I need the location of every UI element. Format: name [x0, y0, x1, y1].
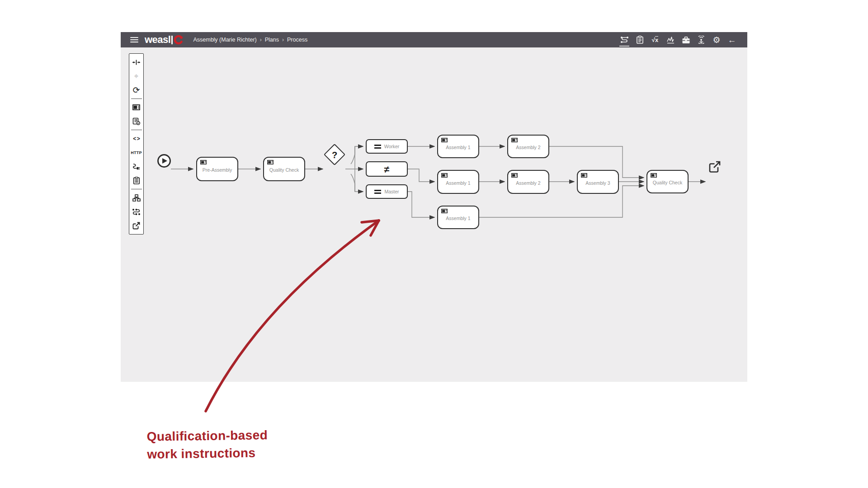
card-icon — [267, 160, 274, 164]
not-equal-icon: ≠ — [384, 164, 390, 174]
breadcrumb-item-plans[interactable]: Plans — [265, 37, 279, 43]
task-label: Assembly 1 — [446, 180, 470, 186]
process-canvas[interactable]: Pre-Assembly Quality Check ? Worker ≠ Ma… — [121, 47, 747, 382]
condition-worker[interactable]: Worker — [366, 139, 408, 154]
briefcase-icon[interactable] — [679, 32, 692, 47]
card-icon — [441, 209, 448, 213]
hamburger-icon[interactable] — [130, 37, 138, 42]
breadcrumb-separator: › — [282, 37, 284, 43]
task-label: Assembly 1 — [446, 145, 470, 150]
task-assembly1-bottom[interactable]: Assembly 1 — [437, 206, 479, 229]
card-icon — [200, 160, 207, 164]
sqrt-sign: √ — [652, 37, 655, 43]
breadcrumb-item-process[interactable]: Process — [287, 37, 307, 43]
card-icon — [581, 173, 587, 178]
task-assembly1-mid[interactable]: Assembly 1 — [437, 170, 479, 194]
equals-icon — [374, 145, 381, 149]
back-icon[interactable]: ← — [726, 32, 738, 47]
diagram-edges — [121, 47, 747, 382]
annotation-line-2: work instructions — [147, 444, 268, 463]
task-pre-assembly[interactable]: Pre-Assembly — [196, 157, 238, 181]
app-window: weasl Assembly (Marie Richter) › Plans ›… — [121, 32, 747, 382]
task-label: Quality Check — [653, 180, 682, 185]
open-external-icon — [708, 160, 722, 174]
settings-icon[interactable]: ⚙ — [710, 32, 723, 47]
diagram-toolbar: ⌖ ⟳ < > HTTP — [129, 53, 144, 235]
logo-bar — [171, 36, 173, 44]
annotation-text: Qualification-based work instructions — [146, 426, 268, 463]
card-icon — [511, 138, 518, 142]
process-flow-icon[interactable] — [618, 32, 631, 47]
chart-icon[interactable] — [664, 32, 677, 47]
plug-icon[interactable] — [129, 160, 143, 174]
annotation-line-1: Qualification-based — [146, 426, 268, 446]
clipboard-icon[interactable] — [129, 174, 143, 188]
card-icon — [441, 173, 448, 178]
fit-width-icon[interactable] — [129, 55, 143, 69]
breadcrumb: Assembly (Marie Richter) › Plans › Proce… — [193, 37, 307, 43]
condition-not-equal[interactable]: ≠ — [366, 161, 408, 177]
code-icon[interactable]: < > — [129, 131, 143, 145]
task-assembly2-top[interactable]: Assembly 2 — [507, 135, 549, 158]
refresh-icon[interactable]: ⟳ — [129, 83, 143, 97]
card-icon — [651, 173, 657, 178]
form-view-icon[interactable] — [129, 100, 143, 114]
toolbar-divider — [131, 130, 142, 130]
route-icon[interactable] — [129, 205, 143, 219]
open-external-icon[interactable] — [129, 219, 143, 233]
condition-label: Master — [384, 189, 399, 194]
equals-icon — [374, 190, 381, 194]
task-label: Assembly 2 — [516, 180, 540, 186]
start-event[interactable] — [157, 154, 171, 168]
logo-text: weasl — [145, 35, 170, 45]
play-icon — [162, 158, 167, 164]
card-icon — [441, 138, 448, 142]
task-quality-check-final[interactable]: Quality Check — [646, 170, 689, 193]
http-tool[interactable]: HTTP — [129, 145, 143, 160]
toolbar-divider — [131, 189, 142, 189]
condition-master[interactable]: Master — [366, 184, 408, 199]
condition-label: Worker — [384, 144, 400, 149]
task-assembly3-mid[interactable]: Assembly 3 — [577, 170, 619, 194]
task-quality-check-1[interactable]: Quality Check — [263, 157, 305, 181]
move-tool-icon[interactable]: ⌖ — [129, 69, 143, 83]
hierarchy-icon[interactable] — [129, 191, 143, 205]
broadcast-icon[interactable] — [695, 32, 708, 47]
breadcrumb-separator: › — [260, 37, 262, 43]
header-icon-group: √x — [618, 32, 738, 47]
document-search-icon[interactable] — [129, 114, 143, 128]
header-bar: weasl Assembly (Marie Richter) › Plans ›… — [121, 32, 747, 47]
end-event-open-external[interactable] — [708, 160, 722, 175]
task-label: Assembly 1 — [446, 216, 470, 221]
sqrt-var: x — [655, 36, 658, 43]
task-assembly1-top[interactable]: Assembly 1 — [437, 135, 479, 158]
toolbar-divider — [131, 99, 142, 99]
task-label: Assembly 2 — [516, 145, 540, 150]
task-label: Pre-Assembly — [203, 167, 232, 173]
clipboard-icon[interactable] — [633, 32, 646, 47]
breadcrumb-item-assembly[interactable]: Assembly (Marie Richter) — [193, 37, 256, 43]
task-assembly2-mid[interactable]: Assembly 2 — [507, 170, 549, 194]
formula-icon[interactable]: √x — [649, 32, 661, 47]
red-circular-arrow-icon — [173, 35, 183, 45]
task-label: Quality Check — [269, 167, 299, 173]
task-label: Assembly 3 — [585, 180, 610, 186]
card-icon — [511, 173, 518, 178]
logo[interactable]: weasl — [145, 35, 183, 45]
